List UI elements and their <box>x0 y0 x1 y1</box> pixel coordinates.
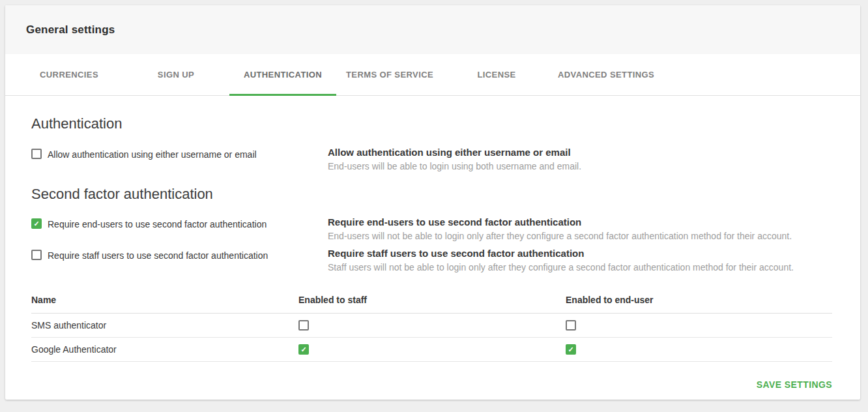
setting-help: Allow authentication using either userna… <box>328 147 832 171</box>
setting-row-staff-users-2fa: ✓ Require staff users to use second fact… <box>31 248 832 272</box>
save-settings-button[interactable]: SAVE SETTINGS <box>757 379 832 390</box>
setting-help-description: End-users will be able to login using bo… <box>328 161 832 171</box>
check-icon: ✓ <box>568 346 573 353</box>
table-row-google-authenticator: Google Authenticator ✓ ✓ <box>31 338 832 362</box>
sms-enabled-to-staff-checkbox[interactable]: ✓ <box>298 320 309 331</box>
setting-help-description: Staff users will not be able to login on… <box>328 262 832 272</box>
setting-row-username-email: ✓ Allow authentication using either user… <box>31 147 832 171</box>
auth-methods-table: Name Enabled to staff Enabled to end-use… <box>31 291 832 362</box>
google-enabled-to-end-user-checkbox[interactable]: ✓ <box>566 344 576 355</box>
setting-help: Require end-users to use second factor a… <box>328 216 832 241</box>
check-icon: ✓ <box>33 220 39 228</box>
save-row: SAVE SETTINGS <box>31 379 832 390</box>
sms-enabled-to-end-user-checkbox[interactable]: ✓ <box>566 320 576 331</box>
table-header-row: Name Enabled to staff Enabled to end-use… <box>31 291 832 314</box>
tab-terms-of-service[interactable]: TERMS OF SERVICE <box>336 54 443 95</box>
setting-control: ✓ Require staff users to use second fact… <box>31 248 328 261</box>
card-header: General settings <box>5 5 860 54</box>
tabs-bar: CURRENCIES SIGN UP AUTHENTICATION TERMS … <box>5 54 860 96</box>
check-icon: ✓ <box>300 346 306 353</box>
column-header-name: Name <box>31 291 298 314</box>
require-staff-users-2fa-checkbox[interactable]: ✓ <box>31 250 42 260</box>
table-row-sms-authenticator: SMS authenticator ✓ ✓ <box>31 314 832 338</box>
allow-username-email-label[interactable]: Allow authentication using either userna… <box>48 149 257 160</box>
section-heading-authentication: Authentication <box>31 115 832 132</box>
column-header-enabled-to-staff: Enabled to staff <box>298 291 566 314</box>
tab-currencies[interactable]: CURRENCIES <box>16 54 123 95</box>
setting-control: ✓ Allow authentication using either user… <box>31 147 328 160</box>
require-end-users-2fa-label[interactable]: Require end-users to use second factor a… <box>48 218 267 229</box>
page-title: General settings <box>26 23 115 37</box>
setting-help-title: Require staff users to use second factor… <box>328 248 832 259</box>
method-name: SMS authenticator <box>31 314 298 338</box>
require-end-users-2fa-checkbox[interactable]: ✓ <box>31 218 42 229</box>
setting-row-end-users-2fa: ✓ Require end-users to use second factor… <box>31 216 832 241</box>
tab-authentication[interactable]: AUTHENTICATION <box>229 54 336 95</box>
setting-help-description: End-users will not be able to login only… <box>328 231 832 241</box>
tab-license[interactable]: LICENSE <box>443 54 550 95</box>
column-header-enabled-to-end-user: Enabled to end-user <box>566 291 832 314</box>
setting-help-title: Allow authentication using either userna… <box>328 147 832 158</box>
settings-card: General settings CURRENCIES SIGN UP AUTH… <box>5 5 860 400</box>
require-staff-users-2fa-label[interactable]: Require staff users to use second factor… <box>48 250 268 261</box>
setting-help-title: Require end-users to use second factor a… <box>328 216 832 228</box>
allow-username-email-checkbox[interactable]: ✓ <box>31 149 42 159</box>
setting-help: Require staff users to use second factor… <box>328 248 832 272</box>
section-heading-second-factor: Second factor authentication <box>31 186 832 203</box>
main-content: Authentication ✓ Allow authentication us… <box>5 115 860 390</box>
tab-sign-up[interactable]: SIGN UP <box>123 54 229 95</box>
setting-control: ✓ Require end-users to use second factor… <box>31 216 328 229</box>
tab-advanced-settings[interactable]: ADVANCED SETTINGS <box>550 54 662 95</box>
google-enabled-to-staff-checkbox[interactable]: ✓ <box>298 344 309 355</box>
method-name: Google Authenticator <box>31 338 298 362</box>
